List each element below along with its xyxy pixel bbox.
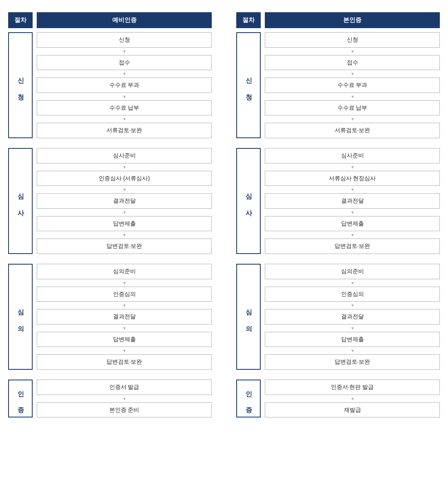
left-process-header: 예비인증 [37, 12, 212, 28]
stage-label: 심 의 [8, 264, 33, 370]
stage-group: 인 증인증서·현판 발급▾재발급 [236, 380, 440, 417]
step-arrow: ▾ [123, 395, 126, 402]
steps-column: 심사준비▾서류심사 현장심사▾결과전달▾답변제출▾답변검토·보완 [265, 148, 440, 254]
step-arrow: ▾ [351, 347, 354, 354]
left-section: 절차 예비인증 신 청신청▾접수▾수수료 부과▾수수료 납부▾서류검토·보완심 … [8, 12, 212, 417]
step-box: 답변제출 [265, 216, 440, 232]
step-box: 재발급 [265, 402, 440, 418]
step-box: 서류심사 현장심사 [265, 171, 440, 186]
page-container: 절차 예비인증 신 청신청▾접수▾수수료 부과▾수수료 납부▾서류검토·보완심 … [8, 12, 440, 417]
stage-label: 심 의 [236, 264, 261, 370]
step-box: 인증심의 [37, 287, 212, 302]
step-box: 신청 [265, 32, 440, 48]
step-arrow: ▾ [351, 70, 354, 77]
step-box: 인증서·현판 발급 [265, 380, 440, 395]
step-arrow: ▾ [351, 48, 354, 55]
step-arrow: ▾ [123, 302, 126, 309]
steps-column: 인증서 발급▾본인증 준비 [37, 380, 212, 417]
left-stage-header: 절차 [8, 12, 33, 28]
step-arrow: ▾ [351, 395, 354, 402]
steps-column: 신청▾접수▾수수료 부과▾수수료 납부▾서류검토·보완 [37, 32, 212, 138]
right-section: 절차 본인증 신 청신청▾접수▾수수료 부과▾수수료 납부▾서류검토·보완심 사… [236, 12, 440, 417]
stage-group: 신 청신청▾접수▾수수료 부과▾수수료 납부▾서류검토·보완 [8, 32, 212, 138]
step-arrow: ▾ [351, 163, 354, 171]
stage-label: 심 사 [8, 148, 33, 254]
stage-group: 심 의심의준비▾인증심의▾결과전달▾답변제출▾답변검토·보완 [8, 264, 212, 370]
step-box: 서류검토·보완 [265, 123, 440, 138]
step-arrow: ▾ [123, 115, 126, 123]
step-arrow: ▾ [351, 115, 354, 123]
step-box: 답변제출 [265, 332, 440, 347]
stage-group: 신 청신청▾접수▾수수료 부과▾수수료 납부▾서류검토·보완 [236, 32, 440, 138]
step-arrow: ▾ [351, 302, 354, 309]
step-box: 답변검토·보완 [265, 354, 440, 370]
step-arrow: ▾ [123, 163, 126, 171]
step-box: 인증심의 [265, 287, 440, 302]
step-box: 수수료 납부 [37, 100, 212, 116]
left-header-row: 절차 예비인증 [8, 12, 212, 28]
step-box: 심의준비 [37, 264, 212, 279]
stage-label: 인 증 [8, 380, 33, 417]
steps-column: 심사준비▾인증심사 (서류심사)▾결과전달▾답변제출▾답변검토·보완 [37, 148, 212, 254]
step-box: 접수 [265, 55, 440, 71]
stage-group: 인 증인증서 발급▾본인증 준비 [8, 380, 212, 417]
step-box: 답변제출 [37, 216, 212, 232]
right-header-row: 절차 본인증 [236, 12, 440, 28]
step-arrow: ▾ [123, 209, 126, 216]
steps-column: 인증서·현판 발급▾재발급 [265, 380, 440, 417]
step-box: 답변검토·보완 [265, 238, 440, 254]
step-box: 심의준비 [265, 264, 440, 279]
stage-label: 심 사 [236, 148, 261, 254]
right-process-header: 본인증 [265, 12, 440, 28]
step-box: 답변제출 [37, 332, 212, 347]
step-arrow: ▾ [123, 93, 126, 100]
step-box: 결과전달 [265, 193, 440, 209]
step-box: 결과전달 [37, 193, 212, 209]
step-arrow: ▾ [123, 279, 126, 287]
steps-column: 신청▾접수▾수수료 부과▾수수료 납부▾서류검토·보완 [265, 32, 440, 138]
step-box: 결과전달 [265, 309, 440, 325]
step-box: 답변검토·보완 [37, 238, 212, 254]
right-content-area: 신 청신청▾접수▾수수료 부과▾수수료 납부▾서류검토·보완심 사심사준비▾서류… [236, 32, 440, 417]
step-box: 신청 [37, 32, 212, 48]
right-stage-header: 절차 [236, 12, 261, 28]
steps-column: 심의준비▾인증심의▾결과전달▾답변제출▾답변검토·보완 [265, 264, 440, 370]
step-box: 수수료 납부 [265, 100, 440, 116]
step-arrow: ▾ [123, 231, 126, 238]
step-box: 본인증 준비 [37, 402, 212, 418]
step-arrow: ▾ [123, 347, 126, 354]
step-box: 수수료 부과 [265, 77, 440, 93]
step-arrow: ▾ [351, 279, 354, 287]
step-arrow: ▾ [351, 231, 354, 238]
step-box: 인증서 발급 [37, 380, 212, 395]
step-box: 수수료 부과 [37, 77, 212, 93]
step-arrow: ▾ [351, 325, 354, 332]
step-arrow: ▾ [123, 70, 126, 77]
step-box: 접수 [37, 55, 212, 71]
step-arrow: ▾ [123, 186, 126, 193]
stage-group: 심 사심사준비▾인증심사 (서류심사)▾결과전달▾답변제출▾답변검토·보완 [8, 148, 212, 254]
step-box: 인증심사 (서류심사) [37, 171, 212, 186]
steps-column: 심의준비▾인증심의▾결과전달▾답변제출▾답변검토·보완 [37, 264, 212, 370]
step-arrow: ▾ [351, 186, 354, 193]
stage-label: 신 청 [236, 32, 261, 138]
step-box: 답변검토·보완 [37, 354, 212, 370]
step-arrow: ▾ [123, 325, 126, 332]
step-box: 서류검토·보완 [37, 123, 212, 138]
stage-label: 신 청 [8, 32, 33, 138]
stage-label: 인 증 [236, 380, 261, 417]
step-arrow: ▾ [351, 93, 354, 100]
stage-group: 심 사심사준비▾서류심사 현장심사▾결과전달▾답변제출▾답변검토·보완 [236, 148, 440, 254]
left-content-area: 신 청신청▾접수▾수수료 부과▾수수료 납부▾서류검토·보완심 사심사준비▾인증… [8, 32, 212, 417]
stage-group: 심 의심의준비▾인증심의▾결과전달▾답변제출▾답변검토·보완 [236, 264, 440, 370]
step-box: 결과전달 [37, 309, 212, 325]
step-box: 심사준비 [265, 148, 440, 163]
step-box: 심사준비 [37, 148, 212, 163]
step-arrow: ▾ [123, 48, 126, 55]
step-arrow: ▾ [351, 209, 354, 216]
